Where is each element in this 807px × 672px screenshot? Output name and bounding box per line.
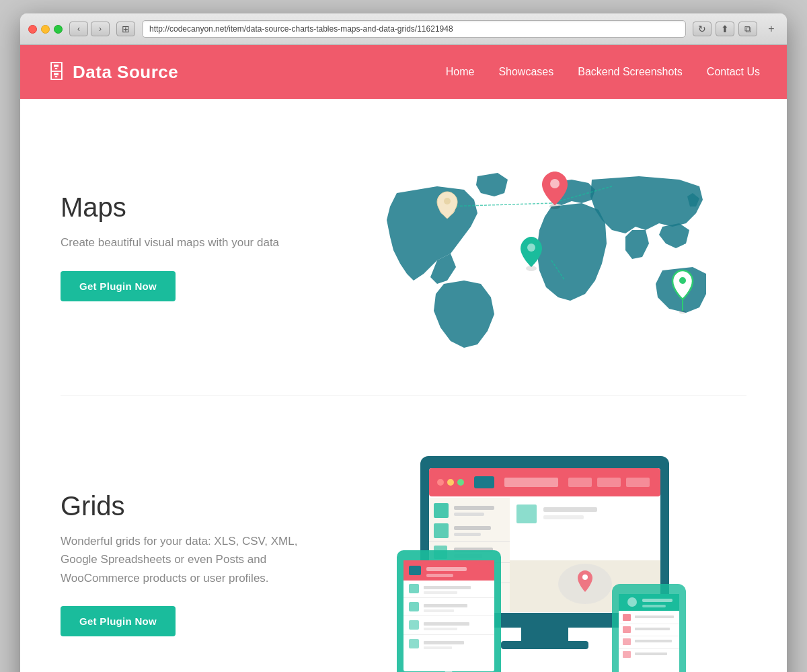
svg-rect-54 <box>409 566 421 575</box>
svg-rect-56 <box>426 574 453 577</box>
nav-contact-us[interactable]: Contact Us <box>707 66 760 78</box>
svg-rect-88 <box>623 651 631 658</box>
grids-svg: OK <box>356 436 693 672</box>
traffic-lights <box>28 25 63 34</box>
close-button[interactable] <box>28 25 37 34</box>
svg-rect-28 <box>454 513 484 516</box>
nav-buttons: ‹ › <box>69 22 110 36</box>
svg-rect-69 <box>409 639 419 648</box>
svg-rect-55 <box>426 567 467 571</box>
svg-rect-61 <box>409 602 419 611</box>
svg-rect-85 <box>623 638 631 645</box>
svg-rect-57 <box>409 584 419 593</box>
world-map-svg <box>356 139 706 354</box>
nav-backend-screenshots[interactable]: Backend Screenshots <box>578 66 683 78</box>
svg-rect-26 <box>434 503 449 518</box>
browser-actions: ↻ ⬆ ⧉ <box>693 22 757 36</box>
svg-point-6 <box>549 204 560 209</box>
minimize-button[interactable] <box>41 25 50 34</box>
logo-text: Data Source <box>73 62 178 83</box>
back-button[interactable]: ‹ <box>69 22 88 36</box>
svg-point-19 <box>457 479 464 486</box>
svg-rect-23 <box>597 478 621 487</box>
logo: 🗄 Data Source <box>47 61 446 83</box>
svg-rect-65 <box>409 620 419 630</box>
url-bar[interactable]: http://codecanyon.net/item/data-source-c… <box>142 20 686 38</box>
grids-title: Grids <box>61 491 316 521</box>
grids-visual: OK <box>316 436 746 672</box>
svg-point-9 <box>679 277 686 284</box>
svg-rect-20 <box>474 476 494 488</box>
grids-description: Wonderful grids for your data: XLS, CSV,… <box>61 532 316 587</box>
svg-rect-64 <box>404 615 494 616</box>
svg-rect-89 <box>635 652 667 655</box>
svg-point-50 <box>582 574 588 580</box>
svg-rect-84 <box>619 636 679 636</box>
share-button[interactable]: ⬆ <box>716 22 734 36</box>
browser-titlebar: ‹ › ⊞ http://codecanyon.net/item/data-so… <box>20 13 787 45</box>
svg-rect-71 <box>424 646 452 649</box>
svg-rect-67 <box>424 628 457 630</box>
logo-icon: 🗄 <box>47 61 66 83</box>
svg-rect-29 <box>434 523 449 538</box>
maps-cta-button[interactable]: Get Plugin Now <box>61 271 176 301</box>
website-content: 🗄 Data Source Home Showcases Backend Scr… <box>20 45 787 672</box>
maps-section: Maps Create beautiful visual maps with y… <box>61 99 746 395</box>
site-nav: Home Showcases Backend Screenshots Conta… <box>446 66 760 78</box>
svg-rect-78 <box>642 605 666 607</box>
browser-window: ‹ › ⊞ http://codecanyon.net/item/data-so… <box>20 13 787 672</box>
grids-section-text: Grids Wonderful grids for your data: XLS… <box>61 491 316 636</box>
svg-rect-66 <box>424 622 469 626</box>
svg-rect-46 <box>543 507 597 512</box>
svg-rect-62 <box>424 604 467 607</box>
svg-rect-45 <box>516 505 537 523</box>
svg-rect-77 <box>642 599 672 602</box>
sidebar-button[interactable]: ⊞ <box>116 22 135 36</box>
refresh-button[interactable]: ↻ <box>693 22 712 36</box>
svg-rect-47 <box>543 515 584 519</box>
grids-section: Grids Wonderful grids for your data: XLS… <box>61 396 746 672</box>
svg-rect-86 <box>635 640 672 642</box>
svg-point-5 <box>550 179 560 188</box>
grids-cta-button[interactable]: Get Plugin Now <box>61 606 176 636</box>
nav-home[interactable]: Home <box>446 66 475 78</box>
svg-rect-22 <box>568 478 592 487</box>
svg-point-7 <box>527 244 535 252</box>
svg-rect-24 <box>626 478 650 487</box>
svg-rect-59 <box>424 591 457 594</box>
site-header: 🗄 Data Source Home Showcases Backend Scr… <box>20 45 787 99</box>
url-text: http://codecanyon.net/item/data-source-c… <box>149 24 453 34</box>
svg-point-17 <box>437 479 444 486</box>
world-map <box>356 139 706 354</box>
grids-illustration: OK <box>356 436 706 672</box>
svg-point-8 <box>526 266 537 271</box>
svg-rect-83 <box>635 628 670 630</box>
new-window-button[interactable]: ⧉ <box>738 22 757 36</box>
svg-rect-63 <box>424 609 454 612</box>
svg-rect-21 <box>504 478 558 487</box>
maps-section-text: Maps Create beautiful visual maps with y… <box>61 192 316 301</box>
svg-rect-32 <box>429 542 510 542</box>
svg-rect-58 <box>424 586 471 589</box>
site-main: Maps Create beautiful visual maps with y… <box>20 99 787 672</box>
svg-rect-80 <box>635 615 674 618</box>
new-tab-button[interactable]: + <box>764 22 779 36</box>
svg-point-18 <box>447 479 454 486</box>
maps-visual <box>316 139 746 354</box>
svg-rect-60 <box>404 597 494 598</box>
svg-rect-79 <box>623 614 631 621</box>
svg-point-76 <box>627 597 637 607</box>
svg-rect-14 <box>521 628 568 642</box>
svg-point-4 <box>444 198 451 204</box>
maximize-button[interactable] <box>54 25 63 34</box>
svg-point-11 <box>679 311 686 314</box>
svg-rect-70 <box>424 641 464 644</box>
nav-showcases[interactable]: Showcases <box>498 66 553 78</box>
svg-rect-31 <box>454 533 481 536</box>
svg-rect-87 <box>619 648 679 649</box>
forward-button[interactable]: › <box>91 22 110 36</box>
svg-rect-30 <box>454 526 491 530</box>
maps-title: Maps <box>61 192 316 223</box>
svg-rect-81 <box>619 624 679 624</box>
svg-rect-15 <box>501 641 588 649</box>
